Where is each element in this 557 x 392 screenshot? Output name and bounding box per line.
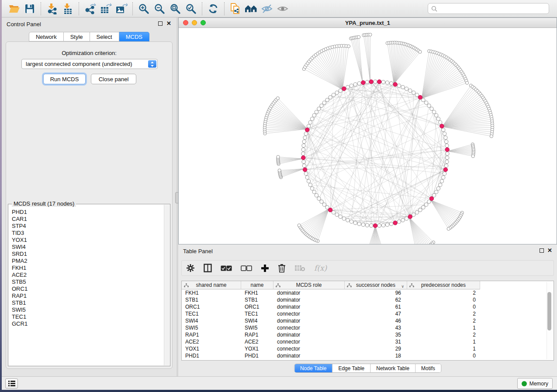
cell-successor-nodes[interactable]: 43 (345, 324, 407, 331)
export-image-icon[interactable] (114, 2, 129, 16)
cell-MCDS-role[interactable]: connector (273, 310, 345, 317)
cell-predecessor-nodes[interactable]: 0 (407, 303, 480, 310)
cell-MCDS-role[interactable]: connector (273, 338, 345, 345)
cell-successor-nodes[interactable]: 35 (345, 331, 407, 338)
node-table[interactable]: shared namenameMCDS rolesuccessor nodes∨… (181, 281, 554, 361)
import-table-icon[interactable] (60, 2, 76, 16)
table-scrollbar[interactable] (547, 282, 552, 359)
table-row[interactable]: RAP1RAP1dominator352 (182, 331, 554, 338)
mcds-result-item[interactable]: PHD1 (9, 209, 163, 216)
cell-shared-name[interactable]: ORC1 (182, 303, 241, 310)
cell-shared-name[interactable]: YOX1 (182, 345, 241, 352)
cell-name[interactable]: FKH1 (241, 289, 273, 296)
save-icon[interactable] (22, 2, 38, 16)
export-network-icon[interactable] (82, 2, 98, 16)
table-row[interactable]: ORC1ORC1dominator610 (182, 303, 554, 310)
mcds-list-scrollbar[interactable] (164, 205, 170, 365)
mcds-result-item[interactable]: TEC1 (9, 313, 163, 320)
memory-button[interactable]: Memory (517, 378, 553, 389)
table-settings-icon[interactable] (186, 264, 195, 272)
cell-predecessor-nodes[interactable]: 2 (407, 310, 480, 317)
cell-successor-nodes[interactable]: 18 (345, 352, 407, 359)
mcds-result-item[interactable]: YOX1 (9, 237, 163, 244)
cell-predecessor-nodes[interactable]: 2 (407, 317, 480, 324)
tab-select[interactable]: Select (90, 32, 119, 41)
mcds-result-item[interactable]: SWI4 (9, 244, 163, 251)
column-header-successor-nodes[interactable]: successor nodes∨ (345, 281, 407, 289)
cell-predecessor-nodes[interactable]: 0 (407, 296, 480, 303)
mcds-result-item[interactable]: ACE2 (9, 272, 163, 279)
cell-MCDS-role[interactable]: dominator (273, 296, 345, 303)
tab-network[interactable]: Network (29, 32, 64, 41)
unselect-all-icon[interactable] (241, 265, 252, 271)
cell-name[interactable]: YOX1 (241, 345, 273, 352)
task-history-button[interactable] (5, 378, 18, 389)
cell-name[interactable]: SWI4 (241, 317, 273, 324)
mcds-result-item[interactable]: ORC1 (9, 285, 163, 292)
mcds-result-item[interactable]: STB1 (9, 299, 163, 306)
table-scrollbar-thumb[interactable] (547, 292, 551, 330)
table-row[interactable]: ACE2ACE2connector311 (182, 338, 554, 345)
mcds-result-item[interactable]: GCR1 (9, 320, 163, 327)
network-titlebar[interactable]: YPA_prune.txt_1 (179, 18, 557, 28)
select-all-icon[interactable] (221, 265, 232, 271)
table-row[interactable]: STB1STB1dominator620 (182, 296, 554, 303)
criterion-select[interactable]: largest connected component (undirected) (21, 59, 158, 69)
cell-shared-name[interactable]: TEC1 (182, 310, 241, 317)
cell-shared-name[interactable]: SWI5 (182, 324, 241, 331)
cell-MCDS-role[interactable]: connector (273, 324, 345, 331)
mcds-result-list[interactable]: PHD1CAR1STP4TID3YOX1SWI4SRD1PMA2FKH1ACE2… (9, 209, 163, 365)
search-input[interactable] (439, 4, 546, 13)
cell-predecessor-nodes[interactable]: 2 (407, 331, 480, 338)
column-header-predecessor-nodes[interactable]: predecessor nodes (407, 281, 480, 289)
cell-MCDS-role[interactable]: dominator (273, 303, 345, 310)
cell-successor-nodes[interactable]: 46 (345, 317, 407, 324)
cell-MCDS-role[interactable]: connector (273, 345, 345, 352)
cell-predecessor-nodes[interactable]: 1 (407, 324, 480, 331)
cell-name[interactable]: PHD1 (241, 352, 273, 359)
cell-MCDS-role[interactable]: dominator (273, 317, 345, 324)
import-network-icon[interactable] (44, 2, 60, 16)
cell-name[interactable]: ACE2 (241, 338, 273, 345)
cell-predecessor-nodes[interactable]: 1 (407, 345, 480, 352)
table-row[interactable]: SWI4SWI4dominator462 (182, 317, 554, 324)
create-column-icon[interactable] (261, 264, 269, 272)
close-panel-icon[interactable]: ✕ (166, 20, 171, 27)
cell-successor-nodes[interactable]: 47 (345, 310, 407, 317)
cell-successor-nodes[interactable]: 31 (345, 338, 407, 345)
tab-motifs[interactable]: Motifs (415, 364, 441, 372)
delete-column-icon[interactable] (278, 264, 286, 273)
column-header-shared-name[interactable]: shared name (182, 281, 241, 289)
cell-name[interactable]: ORC1 (241, 303, 273, 310)
refresh-icon[interactable] (205, 2, 221, 16)
column-header-name[interactable]: name (241, 281, 273, 289)
cell-MCDS-role[interactable]: dominator (273, 352, 345, 359)
cell-name[interactable]: SWI5 (241, 324, 273, 331)
cell-shared-name[interactable]: STB1 (182, 296, 241, 303)
cell-shared-name[interactable]: SWI4 (182, 317, 241, 324)
run-mcds-button[interactable]: Run MCDS (43, 74, 86, 84)
mcds-result-item[interactable]: SRD1 (9, 251, 163, 258)
cell-shared-name[interactable]: PHD1 (182, 352, 241, 359)
mcds-result-item[interactable]: CAR1 (9, 216, 163, 223)
cell-predecessor-nodes[interactable]: 1 (407, 338, 480, 345)
table-row[interactable]: FKH1FKH1dominator962 (182, 289, 554, 296)
clone-network-icon[interactable] (228, 2, 243, 16)
cell-shared-name[interactable]: RAP1 (182, 331, 241, 338)
tab-mcds[interactable]: MCDS (119, 32, 149, 41)
float-panel-icon[interactable] (158, 21, 163, 26)
cell-predecessor-nodes[interactable]: 2 (407, 289, 480, 296)
tab-edge-table[interactable]: Edge Table (332, 364, 370, 372)
chevron-down-icon[interactable]: ∨ (401, 284, 404, 289)
cell-shared-name[interactable]: FKH1 (182, 289, 241, 296)
cell-shared-name[interactable]: ACE2 (182, 338, 241, 345)
tab-node-table[interactable]: Node Table (294, 364, 332, 372)
show-columns-icon[interactable] (204, 264, 212, 272)
first-neighbors-icon[interactable] (243, 2, 259, 16)
cell-name[interactable]: TEC1 (241, 310, 273, 317)
tab-style[interactable]: Style (64, 32, 90, 41)
mcds-result-item[interactable]: SWI5 (9, 306, 163, 313)
open-file-icon[interactable] (6, 2, 22, 16)
hide-selected-icon[interactable] (259, 2, 275, 16)
zoom-in-icon[interactable] (136, 2, 152, 16)
